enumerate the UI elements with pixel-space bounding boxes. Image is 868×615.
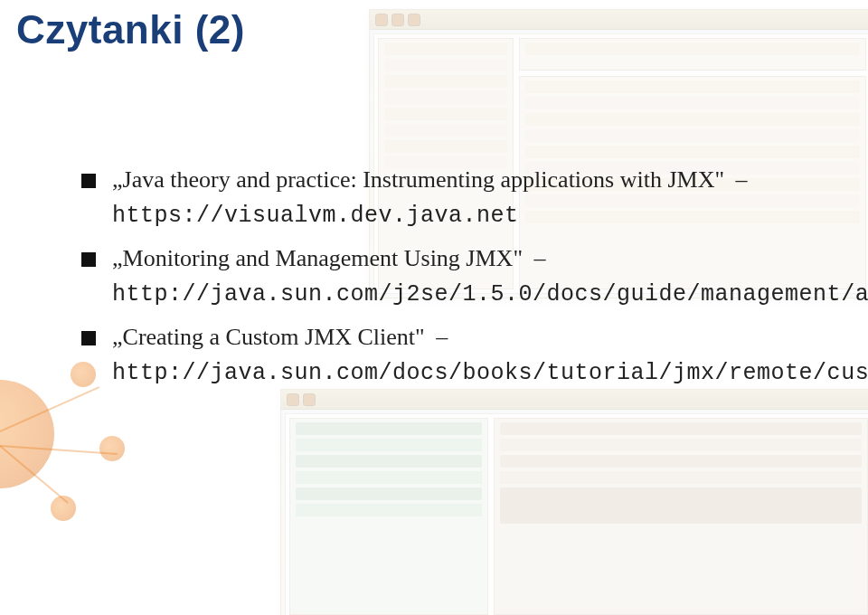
bullet-label: „Creating a Custom JMX Client" — [112, 324, 425, 350]
bullet-url[interactable]: http://java.sun.com/docs/books/tutorial/… — [112, 360, 868, 386]
bullet-item: „Monitoring and Management Using JMX" – … — [81, 241, 814, 311]
bullet-label: „Monitoring and Management Using JMX" — [112, 245, 523, 271]
bullet-label: „Java theory and practice: Instrumenting… — [112, 166, 724, 193]
title-band: Czytanki (2) — [0, 0, 868, 90]
bullet-dash: – — [534, 245, 546, 271]
bullet-dash: – — [736, 166, 748, 193]
slide-body: „Java theory and practice: Instrumenting… — [0, 90, 868, 390]
bullet-item: „Java theory and practice: Instrumenting… — [81, 163, 814, 232]
page-title: Czytanki (2) — [16, 7, 245, 52]
bullet-url[interactable]: https://visualvm.dev.java.net — [112, 203, 519, 229]
bullet-dash: – — [436, 324, 448, 350]
slide: Czytanki (2) „Java theory and practice: … — [0, 0, 868, 615]
bullet-list: „Java theory and practice: Instrumenting… — [81, 163, 814, 390]
bullet-url[interactable]: http://java.sun.com/j2se/1.5.0/docs/guid… — [112, 281, 868, 308]
bullet-item: „Creating a Custom JMX Client" – http://… — [81, 320, 814, 390]
